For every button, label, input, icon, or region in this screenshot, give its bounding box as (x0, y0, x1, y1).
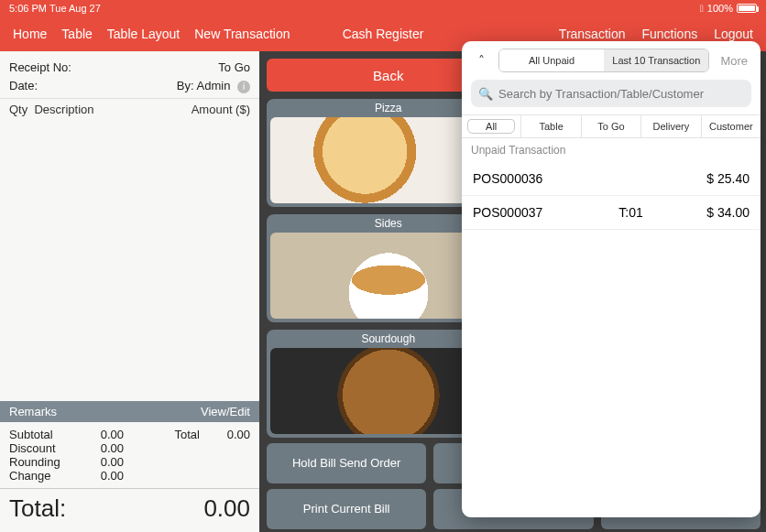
hold-bill-button[interactable]: Hold Bill Send Order (267, 443, 426, 483)
date-label: Date: (9, 77, 38, 95)
remarks-view-edit[interactable]: View/Edit (201, 405, 250, 418)
filter-togo[interactable]: To Go (582, 115, 641, 137)
nav-transaction[interactable]: Transaction (559, 27, 626, 41)
grand-total-value: 0.00 (203, 494, 250, 523)
battery-icon (737, 4, 757, 13)
subtotal-label: Subtotal (9, 428, 73, 441)
total-side-value: 0.00 (200, 428, 250, 441)
seg-all-unpaid[interactable]: All Unpaid (499, 49, 604, 71)
page-title: Cash Register (343, 27, 424, 41)
filter-all[interactable]: All (462, 115, 521, 137)
seg-last-10[interactable]: Last 10 Transaction (604, 49, 708, 71)
battery-pct: 100% (707, 3, 733, 14)
receipt-type: To Go (218, 59, 250, 77)
filter-delivery[interactable]: Delivery (641, 115, 701, 137)
receipt-lines (0, 122, 259, 401)
transaction-dropdown: ˄ All Unpaid Last 10 Transaction More 🔍 … (462, 41, 761, 517)
filter-customer[interactable]: Customer (702, 115, 761, 137)
rounding-value: 0.00 (73, 455, 124, 469)
rounding-label: Rounding (9, 455, 73, 469)
nav-new-transaction[interactable]: New Transaction (194, 27, 290, 41)
info-icon[interactable]: i (237, 81, 250, 93)
nav-logout[interactable]: Logout (714, 27, 753, 41)
status-date: Tue Aug 27 (49, 3, 101, 14)
transaction-row[interactable]: POS000037 T:01 $ 34.00 (462, 196, 761, 230)
receipt-panel: Receipt No: To Go Date: By: Admin i Qty … (0, 51, 259, 532)
ios-status-bar: 5:06 PM Tue Aug 27 􀙇 100% (0, 0, 766, 16)
status-time: 5:06 PM (9, 3, 47, 14)
transaction-list: POS000036 $ 25.40 POS000037 T:01 $ 34.00 (462, 162, 761, 517)
unpaid-section-label: Unpaid Transaction (462, 138, 761, 162)
transaction-search[interactable]: 🔍 (471, 80, 751, 107)
print-current-bill-button[interactable]: Print Current Bill (267, 489, 426, 529)
nav-table[interactable]: Table (61, 27, 92, 41)
change-value: 0.00 (73, 469, 124, 483)
by-label: By: Admin (177, 79, 231, 92)
more-link[interactable]: More (717, 54, 751, 68)
wifi-icon: 􀙇 (700, 3, 704, 14)
col-qty: Qty (9, 103, 27, 116)
discount-value: 0.00 (73, 441, 124, 455)
search-input[interactable] (498, 87, 744, 101)
total-side-label: Total (136, 428, 200, 441)
chevron-up-icon[interactable]: ˄ (471, 50, 491, 71)
col-amount: Amount ($) (192, 103, 250, 116)
subtotal-value: 0.00 (73, 428, 124, 441)
nav-functions[interactable]: Functions (641, 27, 697, 41)
receipt-no-label: Receipt No: (9, 59, 71, 77)
transaction-segment: All Unpaid Last 10 Transaction (498, 49, 709, 72)
filter-table[interactable]: Table (521, 115, 581, 137)
discount-label: Discount (9, 441, 73, 455)
change-label: Change (9, 469, 73, 483)
transaction-row[interactable]: POS000036 $ 25.40 (462, 162, 761, 196)
nav-table-layout[interactable]: Table Layout (107, 27, 180, 41)
search-icon: 🔍 (478, 87, 493, 101)
nav-home[interactable]: Home (13, 27, 47, 41)
col-desc: Description (34, 103, 93, 116)
grand-total-label: Total: (9, 494, 66, 523)
remarks-label: Remarks (9, 405, 57, 418)
